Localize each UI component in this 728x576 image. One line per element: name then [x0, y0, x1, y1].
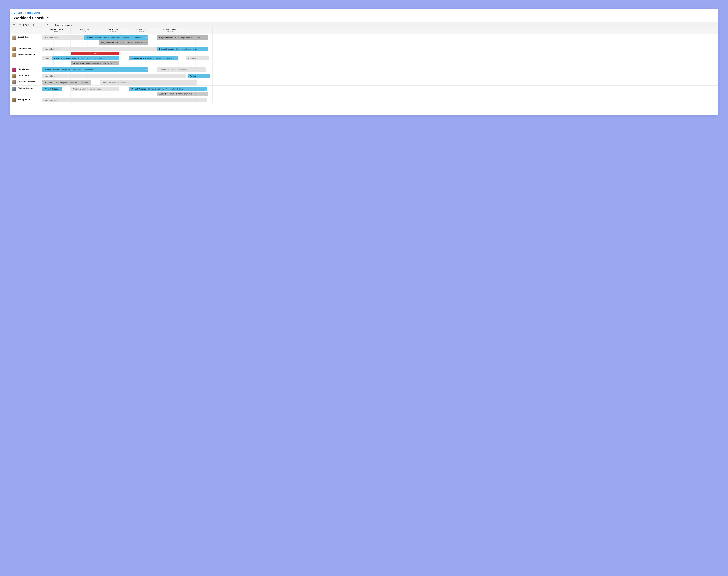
zoom-slider-thumb[interactable] — [33, 24, 34, 26]
app-card: Back to Project Cascade Workload Schedul… — [10, 9, 718, 115]
assignment-bar[interactable]: Project — [187, 74, 210, 78]
person-name: Sheldon Greene — [18, 87, 33, 89]
bar-detail: 100% — [53, 48, 58, 50]
bar-title: Available — [159, 68, 168, 71]
person-timeline-row: Available 100%Project — [42, 73, 718, 79]
person-name: Eugene Oliver — [18, 47, 31, 49]
people-column: Everett Crosse Eugene Oliver Hazel Chris… — [10, 28, 42, 114]
availability-bar[interactable]: Available 100% for 10 work days — [70, 87, 119, 91]
availability-bar[interactable]: Available 100% — [42, 74, 186, 78]
undo-button[interactable] — [12, 23, 17, 27]
timeline-week-header: Jan 29 – Feb 4Week 5 — [42, 28, 70, 34]
bar-detail: 100% for 10 work days — [168, 68, 187, 71]
timeline-column: Jan 29 – Feb 4Week 5Feb 5 – 11Week 6Feb … — [42, 28, 718, 114]
bar-detail: – Benefits realization review — [174, 48, 198, 50]
avatar — [12, 80, 16, 84]
availability-bar[interactable]: Available — [186, 56, 209, 60]
person-name: Hilda Wilson — [18, 67, 30, 70]
availability-bar[interactable]: 100% — [42, 56, 52, 60]
assignment-bar[interactable]: Revel Inc. – Marketing video 100% for 24… — [42, 80, 91, 85]
zoom-today[interactable]: T — [47, 24, 48, 26]
person-name: Everett Crosse — [18, 35, 32, 38]
assignment-bar[interactable]: Project Cascade… — [42, 87, 62, 91]
bar-detail: – Marketing video 100% for 24 work days — [53, 81, 89, 84]
bar-detail: 100% — [53, 75, 58, 77]
assignment-bar[interactable]: Project Moonbeam – Planning 100% for 10 … — [70, 61, 119, 65]
availability-bar[interactable]: Available 100% — [42, 47, 157, 51]
avatar — [12, 87, 16, 91]
week-range: Feb 26 – Mar 3 — [156, 29, 184, 31]
bar-detail: 100% — [53, 36, 58, 39]
person-row: Roderick Edwards — [10, 79, 42, 86]
people-column-header — [10, 28, 42, 34]
person-timeline-row: Revel Inc. – Marketing video 100% for 24… — [42, 79, 718, 86]
avatar — [12, 74, 16, 78]
timeline-week-header: Feb 26 – Mar 3Week 9 — [156, 28, 184, 34]
person-row: Hazel Christensen — [10, 52, 42, 66]
person-name: Shirley Huson — [18, 98, 31, 100]
person-timeline-row: Available 100% — [42, 97, 718, 104]
back-link[interactable]: Back to Project Cascade — [14, 12, 40, 14]
zoom-day[interactable]: D — [23, 24, 25, 26]
assignment-bar[interactable]: Project Cascade – Scope definition 30% f… — [52, 56, 119, 60]
avatar — [12, 53, 16, 57]
bar-title: Project Cascade — [45, 68, 59, 71]
person-row: Eugene Oliver — [10, 46, 42, 52]
person-timeline-row: Project Cascade – Design strategy 50% fo… — [42, 66, 718, 73]
bar-title: 100% — [45, 57, 49, 59]
availability-bar[interactable]: Available 100% — [42, 98, 207, 103]
bar-title: Project Moonbeam — [101, 41, 118, 44]
assignment-bar[interactable]: Project Moonbeam – Kickoff 20% for 10 wo… — [99, 40, 148, 45]
create-assignment-button[interactable]: ＋ Create assignment — [51, 23, 74, 27]
toolbar: D W M T ＋ Create assignment — [10, 22, 718, 28]
bar-title: Available — [188, 57, 197, 59]
assignment-bar[interactable]: Project Cascade – Review & approval 50% … — [129, 87, 207, 91]
person-row: Shirley Huson — [10, 97, 42, 104]
avatar — [12, 35, 16, 39]
bar-title: Available — [73, 88, 81, 90]
bar-detail: – Planning 100% for 10 work days — [90, 62, 118, 64]
bar-detail: 100% for 10 work days — [81, 88, 101, 90]
person-timeline-row: 30%100%Project Cascade – Scope definitio… — [42, 52, 718, 66]
bar-detail: 100% for 20 work days — [111, 81, 130, 84]
person-name: Olivia Carter — [18, 74, 29, 77]
assignment-bar[interactable]: Project Cascade – Design concepts 100% f… — [129, 56, 178, 60]
overload-indicator[interactable]: 30% — [70, 52, 119, 55]
week-range: Jan 29 – Feb 4 — [42, 29, 70, 31]
bar-title: Project Cascade — [159, 48, 174, 50]
bar-detail: – Kickoff 20% for 10 work days — [118, 41, 145, 44]
assignment-bar[interactable]: Project Moonbeam – Strategy workshops 10… — [157, 35, 208, 40]
bar-title: Project Moonbeam — [73, 62, 90, 64]
bar-detail: – Draft RFP 50% for 10 work days — [168, 93, 198, 95]
assignment-bar[interactable]: Project Cascade – Requirements finalizat… — [84, 35, 148, 40]
assignment-bar[interactable]: Project Cascade – Benefits realization r… — [157, 47, 208, 51]
assignment-bar[interactable]: Project Cascade – Design strategy 50% fo… — [42, 67, 148, 72]
redo-button[interactable] — [18, 23, 22, 27]
redo-icon — [19, 24, 21, 26]
bar-title: Project Cascade — [87, 36, 101, 39]
week-number: Week 5 — [42, 31, 70, 33]
bar-title: Available — [103, 81, 111, 84]
person-timeline-row: Available 100%Project Cascade – Benefits… — [42, 46, 718, 52]
zoom-month[interactable]: M — [28, 24, 29, 26]
schedule-grid: Everett Crosse Eugene Oliver Hazel Chris… — [10, 28, 718, 114]
zoom-slider[interactable] — [31, 25, 45, 25]
bar-title: Available — [45, 75, 53, 77]
bar-title: Project — [190, 75, 196, 77]
bar-title: Project Cascade — [132, 88, 146, 90]
bar-detail: – Requirements finalization 80% for 13 w… — [101, 36, 143, 39]
assignment-bar[interactable]: Apex RFP – Draft RFP 50% for 10 work day… — [157, 92, 208, 96]
bar-detail: – Design strategy 50% for 23 work days — [59, 68, 93, 71]
timeline-week-header: Feb 5 – 11Week 6 — [70, 28, 99, 34]
create-assignment-label: Create assignment — [55, 24, 72, 26]
bar-title: Project Moonbeam — [159, 36, 176, 39]
bar-detail: – Scope definition 30% for 13 work days — [69, 57, 103, 59]
availability-bar[interactable]: Available 100% — [42, 35, 84, 40]
timeline-week-header: Feb 19 – 25Week 8 — [127, 28, 156, 34]
week-number: Week 9 — [156, 31, 184, 33]
availability-bar[interactable]: Available 100% for 20 work days — [100, 80, 197, 85]
bar-title: Available — [45, 99, 53, 101]
zoom-week[interactable]: W — [26, 24, 27, 26]
availability-bar[interactable]: Available 100% for 10 work days — [157, 67, 206, 72]
bar-title: Project Cascade — [132, 57, 146, 59]
